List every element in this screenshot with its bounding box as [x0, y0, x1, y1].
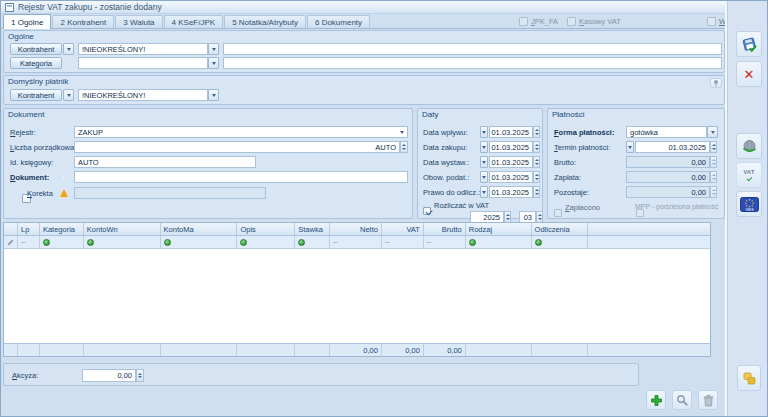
- data-wplywu-spinner[interactable]: [533, 126, 540, 138]
- grid-col-netto[interactable]: Netto: [330, 223, 382, 235]
- save-button[interactable]: [736, 31, 762, 57]
- prawo-odlicz-dropdown[interactable]: [480, 186, 488, 198]
- filter-kontoma[interactable]: [161, 236, 238, 248]
- obow-podat-dropdown[interactable]: [480, 171, 488, 183]
- tab-waluta[interactable]: 3 Waluta: [115, 15, 162, 28]
- data-zakupu-spinner[interactable]: [533, 141, 540, 153]
- data-wystaw-input[interactable]: 01.03.2025: [489, 156, 533, 168]
- akcyza-input[interactable]: 0,00: [82, 369, 136, 382]
- tab-kontrahent[interactable]: 2 Kontrahent: [52, 15, 114, 28]
- add-position-button[interactable]: [646, 390, 666, 410]
- filter-rodzaj[interactable]: [466, 236, 532, 248]
- cancel-button[interactable]: ✕: [736, 61, 762, 87]
- delete-position-button[interactable]: [698, 390, 718, 410]
- filter-icon: [535, 239, 542, 246]
- globe-refresh-icon: [741, 138, 758, 155]
- rozliczac-vat-checkbox[interactable]: [423, 207, 431, 215]
- zaplacono-checkbox[interactable]: [554, 209, 562, 217]
- tab-dokumenty[interactable]: 6 Dokumenty: [307, 15, 370, 28]
- kategoria-input[interactable]: [78, 57, 208, 69]
- grid-col-brutto[interactable]: Brutto: [424, 223, 466, 235]
- platnik-code-dropdown[interactable]: [208, 89, 219, 101]
- filter-kontown[interactable]: [84, 236, 161, 248]
- id-ksiegowy-input[interactable]: AUTO: [74, 156, 256, 168]
- kasowy-vat-checkbox[interactable]: [567, 17, 576, 26]
- prawo-odlicz-input[interactable]: 01.03.2025: [489, 186, 533, 198]
- grid-col-kategoria[interactable]: Kategoria: [40, 223, 84, 235]
- forma-platnosci-dropdown[interactable]: [707, 126, 718, 138]
- obow-podat-spinner[interactable]: [533, 171, 540, 183]
- jpk-fa-toggle[interactable]: JPK_FA: [519, 17, 558, 26]
- platnik-code-input[interactable]: !NIEOKREŚLONY!: [78, 89, 208, 101]
- grid-col-opis[interactable]: Opis: [237, 223, 295, 235]
- filter-netto[interactable]: –: [330, 236, 382, 248]
- liczba-spinner[interactable]: [400, 141, 408, 153]
- filter-odliczenia[interactable]: [532, 236, 589, 248]
- grid-col-lp[interactable]: Lp: [18, 223, 40, 235]
- positions-grid: Lp Kategoria KontoWn KontoMa Opis Stawka…: [3, 222, 711, 357]
- filter-lp[interactable]: –: [18, 236, 40, 248]
- akcyza-spinner[interactable]: [136, 369, 144, 382]
- kasowy-vat-toggle[interactable]: Kasowy VAT: [567, 17, 621, 26]
- platnik-type-dropdown[interactable]: [63, 89, 74, 101]
- kontrahent-type-dropdown[interactable]: [63, 43, 74, 55]
- filter-opis[interactable]: [237, 236, 295, 248]
- termin-spinner[interactable]: [710, 141, 717, 153]
- zaplata-spinner: [710, 171, 717, 183]
- termin-dropdown[interactable]: [626, 141, 634, 153]
- grid-col-vat[interactable]: VAT: [382, 223, 424, 235]
- kontrahent-code-dropdown[interactable]: [208, 43, 219, 55]
- mpp-checkbox[interactable]: [636, 209, 644, 217]
- tab-notatka-atrybuty[interactable]: 5 Notatka/Atrybuty: [224, 15, 306, 28]
- prawo-odlicz-spinner[interactable]: [533, 186, 540, 198]
- filter-stawka[interactable]: [295, 236, 330, 248]
- tab-ksef-jpk[interactable]: 4 KSeF/JPK: [164, 15, 224, 28]
- vies-button[interactable]: VIES: [736, 191, 762, 217]
- kontrahent-code-input[interactable]: !NIEOKREŚLONY!: [78, 43, 208, 55]
- kategoria-dropdown[interactable]: [208, 57, 219, 69]
- rejestr-combobox[interactable]: ZAKUP: [74, 126, 408, 138]
- wewnetrzny-checkbox[interactable]: [707, 17, 716, 26]
- dokument-number-input[interactable]: [74, 171, 408, 183]
- vat-status-button[interactable]: [736, 133, 762, 159]
- termin-platnosci-input[interactable]: 01.03.2025: [635, 141, 710, 153]
- grid-col-kontown[interactable]: KontoWn: [84, 223, 161, 235]
- group-domyslny-platnik: Domyślny płatnik Kontrahent !NIEOKREŚLON…: [3, 75, 725, 105]
- data-wystaw-spinner[interactable]: [533, 156, 540, 168]
- grid-col-kontoma[interactable]: KontoMa: [161, 223, 238, 235]
- tab-strip: 1 Ogólne 2 Kontrahent 3 Waluta 4 KSeF/JP…: [1, 14, 768, 29]
- edit-position-button[interactable]: [672, 390, 692, 410]
- pin-icon[interactable]: [710, 78, 722, 88]
- platnik-kontrahent-button[interactable]: Kontrahent: [10, 89, 62, 101]
- data-wplywu-input[interactable]: 01.03.2025: [489, 126, 533, 138]
- forma-platnosci-combobox[interactable]: gotówka: [626, 126, 707, 138]
- tab-ogolne[interactable]: 1 Ogólne: [3, 14, 51, 29]
- data-wplywu-dropdown[interactable]: [480, 126, 488, 138]
- jpk-fa-checkbox[interactable]: [519, 17, 528, 26]
- grid-col-stawka[interactable]: Stawka: [295, 223, 330, 235]
- data-wystaw-dropdown[interactable]: [480, 156, 488, 168]
- vat-verify-button[interactable]: VAT: [736, 162, 762, 188]
- jpk-fa-label: JPK_FA: [531, 17, 558, 26]
- data-zakupu-dropdown[interactable]: [480, 141, 488, 153]
- brutto-label: Brutto:: [554, 158, 576, 167]
- kategoria-opis-input[interactable]: [223, 57, 722, 69]
- liczba-porzadkowa-input[interactable]: AUTO: [74, 141, 400, 153]
- kontrahent-button[interactable]: Kontrahent: [10, 43, 62, 55]
- grid-col-rodzaj[interactable]: Rodzaj: [466, 223, 532, 235]
- extra-amounts-button[interactable]: [737, 365, 761, 391]
- trash-icon: [703, 394, 714, 407]
- filter-brutto[interactable]: –: [424, 236, 466, 248]
- kategoria-button[interactable]: Kategoria: [10, 57, 62, 69]
- kontrahent-name-input[interactable]: [223, 43, 722, 55]
- filter-vat[interactable]: –: [382, 236, 424, 248]
- akcyza-label: Akcyza:: [12, 371, 38, 380]
- grid-col-odliczenia[interactable]: Odliczenia: [532, 223, 589, 235]
- obow-podat-input[interactable]: 01.03.2025: [489, 171, 533, 183]
- grid-header-row: Lp Kategoria KontoWn KontoMa Opis Stawka…: [4, 223, 710, 236]
- group-dokument: Dokument Rejestr: ZAKUP Liczba porządkow…: [3, 108, 413, 219]
- rejestr-dropdown-icon[interactable]: [400, 131, 404, 134]
- grid-col-filler: [588, 223, 710, 235]
- data-zakupu-input[interactable]: 01.03.2025: [489, 141, 533, 153]
- filter-kategoria[interactable]: [40, 236, 84, 248]
